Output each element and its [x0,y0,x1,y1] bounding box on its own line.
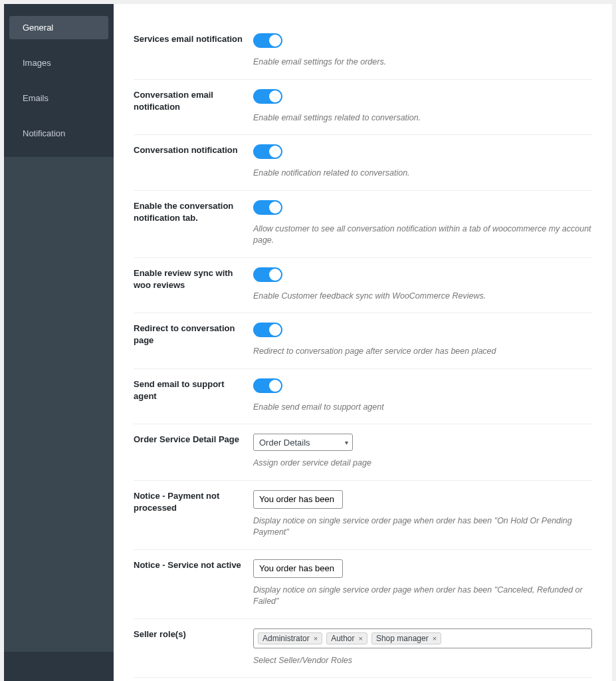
sidebar-item-images[interactable]: Images [9,51,108,74]
toggle-redirect[interactable] [253,323,282,337]
toggle-conv-email[interactable] [253,89,282,104]
settings-form: Services email notification Enable email… [114,4,612,681]
input-notice-service[interactable] [253,559,343,578]
sidebar: General Images Emails Notification [4,4,114,681]
label-conv-tab: Enable the conversation notification tab… [134,200,253,247]
desc-conv-email: Enable email settings related to convers… [253,112,592,124]
desc-redirect: Redirect to conversation page after serv… [253,346,592,358]
label-redirect: Redirect to conversation page [134,323,253,358]
row-notice-payment: Notice - Payment not processed Display n… [134,481,592,550]
row-support-email: Send email to support agent Enable send … [134,369,592,425]
tag-label: Administrator [262,634,310,643]
row-seller-roles: Seller role(s) Administrator × Author × … [134,619,592,678]
row-detail-page: Order Service Detail Page Order Details … [134,424,592,481]
chevron-down-icon: ▾ [345,439,348,446]
tag-author: Author × [326,632,367,644]
desc-notice-service: Display notice on single service order p… [253,585,592,608]
tag-shop-manager: Shop manager × [371,632,441,644]
label-services-email: Services email notification [134,33,253,68]
input-notice-payment[interactable] [253,490,343,509]
row-review-sync: Enable review sync with woo reviews Enab… [134,258,592,314]
sidebar-item-general[interactable]: General [9,16,108,39]
row-notice-service: Notice - Service not active Display noti… [134,550,592,619]
desc-notice-payment: Display notice on single service order p… [253,515,592,539]
label-conv-notif: Conversation notification [134,144,253,180]
close-icon[interactable]: × [433,634,437,642]
label-seller-roles: Seller role(s) [134,628,253,667]
close-icon[interactable]: × [314,634,318,642]
row-conv-email: Conversation email notification Enable e… [134,80,592,136]
desc-conv-tab: Allow customer to see all conversation n… [253,223,592,247]
row-conv-notif: Conversation notification Enable notific… [134,135,592,191]
desc-seller-roles: Select Seller/Vendor Roles [253,655,592,667]
select-detail-page-value: Order Details [259,438,310,448]
label-notice-service: Notice - Service not active [134,559,253,608]
label-support-email: Send email to support agent [134,378,253,414]
label-review-sync: Enable review sync with woo reviews [134,267,253,303]
sidebar-item-emails[interactable]: Emails [9,86,108,110]
close-icon[interactable]: × [358,634,362,642]
toggle-services-email[interactable] [253,33,282,48]
select-detail-page[interactable]: Order Details ▾ [253,434,353,451]
sidebar-item-notification[interactable]: Notification [9,122,108,145]
desc-support-email: Enable send email to support agent [253,402,592,414]
multiselect-seller-roles[interactable]: Administrator × Author × Shop manager × [253,628,592,648]
desc-services-email: Enable email settings for the orders. [253,57,592,68]
row-services-email: Services email notification Enable email… [134,24,592,80]
toggle-support-email[interactable] [253,378,282,393]
toggle-conv-notif[interactable] [253,144,282,159]
row-conv-tab: Enable the conversation notification tab… [134,191,592,258]
desc-conv-notif: Enable notification related to conversat… [253,168,592,180]
desc-detail-page: Assign order service detail page [253,458,592,470]
toggle-review-sync[interactable] [253,267,282,282]
label-conv-email: Conversation email notification [134,89,253,124]
desc-review-sync: Enable Customer feedback sync with WooCo… [253,291,592,303]
row-customer-notif: Send Customer Notification After 12 Hour… [134,678,592,681]
tag-label: Author [331,634,354,643]
settings-panel: General Images Emails Notification Servi… [4,4,612,681]
label-detail-page: Order Service Detail Page [134,434,253,470]
label-notice-payment: Notice - Payment not processed [134,490,253,539]
tag-label: Shop manager [376,634,429,643]
toggle-conv-tab[interactable] [253,200,282,215]
row-redirect: Redirect to conversation page Redirect t… [134,313,592,369]
sidebar-spacer [4,157,114,652]
tag-administrator: Administrator × [258,632,322,644]
